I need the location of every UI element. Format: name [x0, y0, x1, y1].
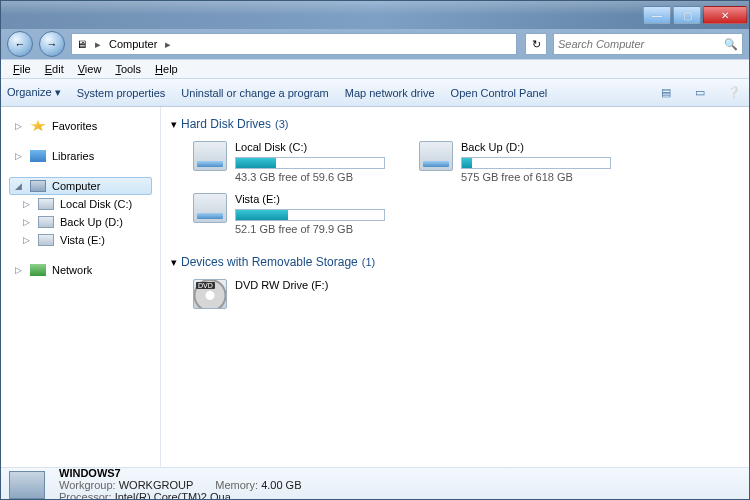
- toolbar: Organize ▾ System properties Uninstall o…: [1, 79, 749, 107]
- drive-icon: [38, 234, 54, 246]
- map-drive-button[interactable]: Map network drive: [345, 87, 435, 99]
- drive-item[interactable]: Local Disk (C:)43.3 GB free of 59.6 GB: [193, 141, 393, 183]
- sidebar-item-libraries[interactable]: ▷Libraries: [9, 147, 152, 165]
- computer-icon: [9, 471, 45, 499]
- content-pane: ▾ Hard Disk Drives (3) Local Disk (C:)43…: [161, 107, 749, 467]
- section-count: (1): [362, 256, 375, 268]
- capacity-bar: [235, 157, 385, 169]
- sidebar-item-local-disk-c[interactable]: ▷Local Disk (C:): [9, 195, 152, 213]
- sidebar-item-label: Libraries: [52, 150, 94, 162]
- chevron-down-icon: ▾: [171, 256, 177, 269]
- breadcrumb-computer[interactable]: Computer: [109, 38, 157, 50]
- sidebar-item-label: Favorites: [52, 120, 97, 132]
- chevron-right-icon: ▷: [23, 235, 32, 245]
- details-computer-name: WINDOWS7: [59, 467, 301, 479]
- forward-button[interactable]: →: [39, 31, 65, 57]
- system-properties-button[interactable]: System properties: [77, 87, 166, 99]
- search-input[interactable]: [558, 38, 724, 50]
- drive-item[interactable]: Vista (E:)52.1 GB free of 79.9 GB: [193, 193, 393, 235]
- sidebar-item-backup-d[interactable]: ▷Back Up (D:): [9, 213, 152, 231]
- sidebar: ▷Favorites ▷Libraries ◢Computer ▷Local D…: [1, 107, 161, 467]
- sidebar-item-label: Local Disk (C:): [60, 198, 132, 210]
- details-label: Workgroup:: [59, 479, 116, 491]
- sidebar-item-network[interactable]: ▷Network: [9, 261, 152, 279]
- section-header-hdd[interactable]: ▾ Hard Disk Drives (3): [171, 113, 739, 135]
- sidebar-item-label: Back Up (D:): [60, 216, 123, 228]
- chevron-down-icon: ▾: [171, 118, 177, 131]
- drive-icon: [38, 198, 54, 210]
- close-button[interactable]: ✕: [703, 6, 747, 24]
- libraries-icon: [30, 150, 46, 162]
- sidebar-item-label: Network: [52, 264, 92, 276]
- search-icon: 🔍: [724, 38, 738, 51]
- forward-icon: →: [47, 38, 58, 50]
- drive-icon: [38, 216, 54, 228]
- menu-tools[interactable]: Tools: [109, 61, 147, 77]
- nav-row: ← → 🖥 ▸ Computer ▸ ↻ 🔍: [1, 29, 749, 59]
- chevron-right-icon: ▸: [161, 38, 175, 51]
- details-pane: WINDOWS7 Workgroup: WORKGROUP Memory: 4.…: [1, 467, 749, 500]
- drive-name: Back Up (D:): [461, 141, 619, 155]
- capacity-bar: [235, 209, 385, 221]
- chevron-right-icon: ▷: [15, 265, 24, 275]
- sidebar-item-computer[interactable]: ◢Computer: [9, 177, 152, 195]
- drive-item[interactable]: DVD RW Drive (F:): [193, 279, 393, 309]
- sidebar-item-label: Vista (E:): [60, 234, 105, 246]
- titlebar: — ▢ ✕: [1, 1, 749, 29]
- search-box[interactable]: 🔍: [553, 33, 743, 55]
- drive-item[interactable]: Back Up (D:)575 GB free of 618 GB: [419, 141, 619, 183]
- menu-bar: File Edit View Tools Help: [1, 59, 749, 79]
- sidebar-item-favorites[interactable]: ▷Favorites: [9, 117, 152, 135]
- menu-edit[interactable]: Edit: [39, 61, 70, 77]
- section-title: Hard Disk Drives: [181, 117, 271, 131]
- drive-free-text: 52.1 GB free of 79.9 GB: [235, 223, 393, 235]
- section-header-removable[interactable]: ▾ Devices with Removable Storage (1): [171, 251, 739, 273]
- uninstall-program-button[interactable]: Uninstall or change a program: [181, 87, 328, 99]
- network-icon: [30, 264, 46, 276]
- chevron-right-icon: ▷: [23, 199, 32, 209]
- section-title: Devices with Removable Storage: [181, 255, 358, 269]
- chevron-right-icon: ▷: [15, 121, 24, 131]
- drive-free-text: 575 GB free of 618 GB: [461, 171, 619, 183]
- star-icon: [30, 120, 46, 132]
- details-label: Memory:: [215, 479, 258, 491]
- drive-icon: [193, 193, 227, 223]
- drive-free-text: 43.3 GB free of 59.6 GB: [235, 171, 393, 183]
- drive-name: DVD RW Drive (F:): [235, 279, 393, 293]
- computer-icon: 🖥: [76, 38, 87, 50]
- computer-icon: [30, 180, 46, 192]
- maximize-button[interactable]: ▢: [673, 6, 701, 24]
- back-icon: ←: [15, 38, 26, 50]
- section-count: (3): [275, 118, 288, 130]
- refresh-icon: ↻: [532, 38, 541, 51]
- chevron-down-icon: ◢: [15, 181, 24, 191]
- minimize-button[interactable]: —: [643, 6, 671, 24]
- details-value: Intel(R) Core(TM)2 Qua...: [115, 491, 240, 501]
- back-button[interactable]: ←: [7, 31, 33, 57]
- drive-name: Vista (E:): [235, 193, 393, 207]
- help-button[interactable]: ❔: [725, 84, 743, 102]
- drive-icon: [419, 141, 453, 171]
- menu-help[interactable]: Help: [149, 61, 184, 77]
- sidebar-item-label: Computer: [52, 180, 100, 192]
- chevron-right-icon: ▷: [15, 151, 24, 161]
- dvd-icon: [193, 279, 227, 309]
- menu-file[interactable]: File: [7, 61, 37, 77]
- menu-view[interactable]: View: [72, 61, 108, 77]
- address-bar[interactable]: 🖥 ▸ Computer ▸: [71, 33, 517, 55]
- chevron-right-icon: ▷: [23, 217, 32, 227]
- preview-pane-button[interactable]: ▭: [691, 84, 709, 102]
- sidebar-item-vista-e[interactable]: ▷Vista (E:): [9, 231, 152, 249]
- details-label: Processor:: [59, 491, 112, 501]
- capacity-bar: [461, 157, 611, 169]
- drive-icon: [193, 141, 227, 171]
- refresh-button[interactable]: ↻: [525, 33, 547, 55]
- details-value: WORKGROUP: [119, 479, 194, 491]
- drive-name: Local Disk (C:): [235, 141, 393, 155]
- chevron-right-icon: ▸: [91, 38, 105, 51]
- organize-button[interactable]: Organize ▾: [7, 86, 61, 99]
- view-options-button[interactable]: ▤: [657, 84, 675, 102]
- control-panel-button[interactable]: Open Control Panel: [451, 87, 548, 99]
- details-value: 4.00 GB: [261, 479, 301, 491]
